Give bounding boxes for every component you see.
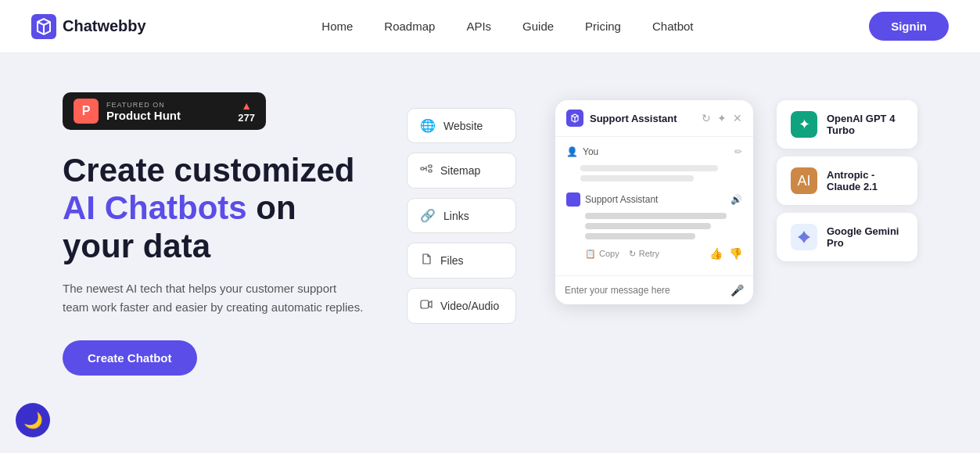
- ph-name: Product Hunt: [106, 109, 230, 122]
- retry-icon: ↻: [629, 249, 636, 259]
- hero-title-line1: Create customized: [63, 152, 354, 189]
- chat-header-icons: ↻ ✦ ✕: [702, 112, 742, 124]
- user-avatar-icon: 👤: [566, 146, 578, 157]
- retry-button[interactable]: ↻ Retry: [629, 249, 659, 259]
- retry-label: Retry: [639, 249, 659, 258]
- source-buttons-panel: 🌐 Website Sitemap 🔗 Links Files Video/Au…: [407, 108, 532, 324]
- hero-title-line3: your data: [63, 228, 210, 264]
- thumbdown-icon[interactable]: 👎: [729, 247, 742, 260]
- hero-title-on: on: [256, 189, 296, 226]
- logo-text: Chatwebby: [63, 17, 146, 35]
- user-message-lines: [566, 165, 742, 182]
- nav-apis[interactable]: APIs: [466, 20, 491, 33]
- copy-button[interactable]: 📋 Copy: [585, 249, 619, 259]
- ph-count: 277: [238, 112, 255, 124]
- user-label: You: [583, 146, 598, 157]
- chat-assistant-row: Support Assistant 🔊: [566, 192, 742, 207]
- nav-pricing[interactable]: Pricing: [585, 20, 621, 33]
- source-video-button[interactable]: Video/Audio: [407, 288, 516, 324]
- product-hunt-icon: P: [74, 99, 99, 124]
- chat-input[interactable]: [565, 285, 731, 296]
- gemini-name: Google Gemini Pro: [827, 225, 903, 249]
- svg-rect-3: [429, 170, 432, 172]
- files-icon: [420, 253, 433, 268]
- signin-button[interactable]: Signin: [869, 12, 949, 41]
- refresh-icon[interactable]: ↻: [702, 112, 711, 124]
- source-website-button[interactable]: 🌐 Website: [407, 108, 516, 143]
- ph-vote: ▲ 277: [238, 99, 255, 124]
- msg-line-1: [580, 165, 718, 171]
- chat-logo-icon: [566, 110, 583, 127]
- nav-home[interactable]: Home: [321, 20, 353, 33]
- ph-arrow-icon: ▲: [241, 99, 252, 112]
- nav-guide[interactable]: Guide: [522, 20, 554, 33]
- gemini-icon: [791, 224, 817, 250]
- openai-icon: ✦: [791, 111, 817, 138]
- source-files-button[interactable]: Files: [407, 243, 516, 279]
- source-sitemap-label: Sitemap: [440, 164, 480, 177]
- logo-icon: [31, 14, 56, 39]
- gemini-card: Google Gemini Pro: [777, 213, 917, 261]
- thumbup-icon[interactable]: 👍: [709, 247, 723, 260]
- sitemap-icon: [420, 163, 433, 178]
- msg-line-2: [580, 175, 694, 182]
- mic-icon[interactable]: 🎤: [731, 284, 744, 297]
- chat-input-area: 🎤: [555, 275, 753, 304]
- chat-widget: Support Assistant ↻ ✦ ✕ 👤 You ✏ Support …: [555, 100, 753, 304]
- svg-rect-4: [421, 300, 429, 308]
- source-sitemap-button[interactable]: Sitemap: [407, 153, 516, 189]
- video-icon: [420, 298, 433, 314]
- nav-roadmap[interactable]: Roadmap: [384, 20, 435, 33]
- svg-rect-2: [429, 165, 432, 167]
- hero-left: P FEATURED ON Product Hunt ▲ 277 Create …: [63, 84, 391, 376]
- assistant-label: Support Assistant: [585, 194, 726, 205]
- source-links-label: Links: [443, 210, 469, 222]
- product-hunt-text: FEATURED ON Product Hunt: [106, 101, 230, 122]
- source-links-button[interactable]: 🔗 Links: [407, 198, 516, 233]
- create-chatbot-button[interactable]: Create Chatbot: [63, 340, 197, 376]
- source-website-label: Website: [443, 120, 483, 132]
- links-icon: 🔗: [420, 208, 436, 223]
- asst-line-1: [585, 213, 727, 219]
- hero-title: Create customized AI Chatbots on your da…: [63, 152, 391, 265]
- openai-name: OpenAI GPT 4 Turbo: [827, 113, 903, 136]
- logo[interactable]: Chatwebby: [31, 14, 146, 39]
- copy-icon: 📋: [585, 249, 596, 259]
- settings-icon[interactable]: ✦: [717, 112, 727, 124]
- main-nav: Home Roadmap APIs Guide Pricing Chatbot: [321, 20, 693, 33]
- hero-title-highlight: AI Chatbots: [63, 189, 247, 226]
- assistant-message-lines: [566, 213, 742, 239]
- chat-header: Support Assistant ↻ ✦ ✕: [555, 100, 753, 137]
- moon-icon: 🌙: [23, 411, 43, 430]
- openai-card: ✦ OpenAI GPT 4 Turbo: [777, 100, 917, 149]
- product-hunt-badge[interactable]: P FEATURED ON Product Hunt ▲ 277: [63, 92, 266, 130]
- assistant-logo: [566, 192, 580, 207]
- claude-name: Antropic - Claude 2.1: [827, 169, 903, 192]
- claude-card: AI Antropic - Claude 2.1: [777, 156, 917, 205]
- sound-icon[interactable]: 🔊: [731, 194, 742, 205]
- claude-icon: AI: [791, 167, 817, 194]
- chat-title: Support Assistant: [590, 113, 695, 124]
- asst-line-3: [585, 233, 695, 239]
- source-video-label: Video/Audio: [440, 300, 499, 312]
- nav-chatbot[interactable]: Chatbot: [652, 20, 694, 33]
- website-icon: 🌐: [420, 118, 436, 133]
- chat-body: 👤 You ✏ Support Assistant 🔊 �: [555, 137, 753, 275]
- chat-user-row: 👤 You ✏: [566, 146, 742, 157]
- asst-line-2: [585, 223, 711, 229]
- ai-models-panel: ✦ OpenAI GPT 4 Turbo AI Antropic - Claud…: [777, 100, 917, 261]
- copy-label: Copy: [599, 249, 619, 258]
- hero-section: P FEATURED ON Product Hunt ▲ 277 Create …: [0, 53, 980, 376]
- close-icon[interactable]: ✕: [733, 112, 742, 124]
- svg-rect-1: [421, 167, 424, 170]
- header: Chatwebby Home Roadmap APIs Guide Pricin…: [0, 0, 980, 53]
- assistant-actions: 📋 Copy ↻ Retry 👍 👎: [566, 247, 742, 260]
- source-files-label: Files: [440, 254, 464, 267]
- hero-subtitle: The newest AI tech that helps your custo…: [63, 279, 391, 317]
- ph-featured-label: FEATURED ON: [106, 101, 230, 109]
- edit-icon[interactable]: ✏: [734, 146, 742, 157]
- dark-mode-button[interactable]: 🌙: [16, 403, 50, 437]
